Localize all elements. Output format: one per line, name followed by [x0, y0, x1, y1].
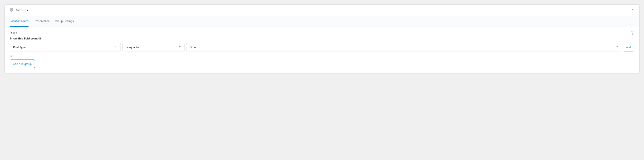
rule-value-value: Order [190, 46, 197, 49]
panel-header: Settings [4, 5, 640, 16]
tab-location-rules[interactable]: Location Rules [10, 16, 28, 27]
tab-group-settings[interactable]: Group Settings [55, 16, 74, 27]
collapse-toggle[interactable] [631, 8, 634, 12]
rules-section-label: Rules [10, 31, 17, 35]
rule-param-value: Post Type [13, 46, 26, 49]
chevron-down-icon [178, 45, 182, 49]
condition-label: Show this field group if [10, 37, 634, 40]
rule-value-select[interactable]: Order [186, 43, 621, 51]
add-rule-group-button[interactable]: Add rule group [10, 60, 35, 68]
settings-panel: Settings Location Rules Presentation Gro… [4, 4, 640, 74]
and-button[interactable]: and [623, 43, 634, 51]
gear-icon [10, 8, 13, 12]
chevron-down-icon [115, 45, 118, 49]
or-label: or [10, 55, 634, 58]
svg-point-0 [11, 9, 12, 10]
panel-body: Rules ? Show this field group if Post Ty… [4, 27, 640, 73]
tab-presentation[interactable]: Presentation [34, 16, 50, 27]
rule-row: Post Type is equal to Order and [10, 43, 634, 51]
rule-operator-value: is equal to [126, 46, 138, 49]
chevron-down-icon [615, 45, 618, 49]
help-icon[interactable]: ? [631, 31, 634, 35]
panel-header-title: Settings [10, 8, 28, 12]
panel-title: Settings [16, 8, 28, 12]
tabs: Location Rules Presentation Group Settin… [4, 16, 640, 27]
rule-operator-select[interactable]: is equal to [122, 43, 184, 51]
rules-header-row: Rules ? [10, 31, 634, 35]
rule-param-select[interactable]: Post Type [10, 43, 121, 51]
